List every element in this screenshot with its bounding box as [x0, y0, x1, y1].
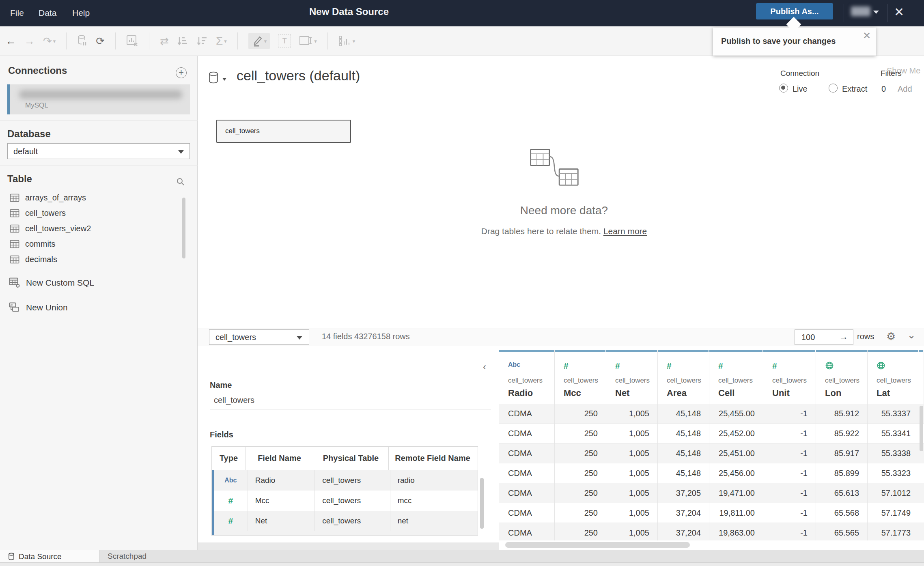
sidebar-table-item[interactable]: commits: [10, 237, 55, 251]
refresh-icon[interactable]: ⟳: [96, 35, 105, 47]
grid-row[interactable]: CDMA2501,00537,20419,811.00-165.56857.17…: [499, 503, 924, 523]
database-select[interactable]: default: [7, 143, 190, 159]
tooltip-close-icon[interactable]: ✕: [863, 30, 871, 41]
grid-cell[interactable]: -1: [763, 404, 816, 424]
name-value[interactable]: cell_towers: [214, 396, 254, 405]
grid-cell[interactable]: CDMA: [499, 404, 555, 424]
grid-cell[interactable]: -1: [763, 483, 816, 503]
new-custom-sql-button[interactable]: New Custom SQL: [9, 277, 94, 288]
field-name-cell[interactable]: Radio: [248, 470, 315, 491]
preview-collapse-chevron-icon[interactable]: ⌄: [907, 329, 915, 341]
grid-cell[interactable]: 250: [555, 523, 606, 540]
show-me-caret-icon[interactable]: ▾: [353, 38, 355, 44]
grid-cell[interactable]: -1: [763, 424, 816, 443]
grid-cell[interactable]: 55.3341: [868, 424, 919, 443]
sort-ascending-icon[interactable]: [177, 35, 188, 47]
grid-cell[interactable]: 25,455.00: [709, 404, 763, 424]
grid-cell[interactable]: -1: [763, 503, 816, 523]
fields-row[interactable]: #Mcccell_towersmcc: [212, 491, 478, 511]
close-window-icon[interactable]: ✕: [894, 3, 904, 21]
learn-more-link[interactable]: Learn more: [603, 226, 647, 236]
add-connection-icon[interactable]: +: [176, 67, 187, 78]
grid-vertical-scrollbar[interactable]: [920, 406, 923, 451]
grid-cell[interactable]: 25,451.00: [709, 443, 763, 463]
grid-cell[interactable]: 1,005: [606, 463, 658, 483]
grid-cell[interactable]: 45,148: [658, 424, 709, 443]
grid-column-header[interactable]: #cell_towersArea: [658, 350, 709, 404]
user-menu-caret-icon[interactable]: [873, 11, 879, 14]
grid-cell[interactable]: 45,148: [658, 463, 709, 483]
totals-caret-icon[interactable]: ▾: [224, 38, 227, 44]
grid-cell[interactable]: 65.568: [816, 503, 868, 523]
grid-cell[interactable]: 57.1012: [868, 483, 919, 503]
table-list-scrollbar[interactable]: [182, 198, 185, 258]
grid-column-header[interactable]: #cell_towersCell: [709, 350, 763, 404]
canvas-table-node[interactable]: cell_towers: [216, 120, 351, 143]
grid-cell[interactable]: 55.3338: [868, 443, 919, 463]
fit-width-icon[interactable]: ▾: [299, 35, 317, 47]
grid-cell[interactable]: 55.3323: [868, 463, 919, 483]
grid-horizontal-scrollbar[interactable]: [505, 542, 690, 548]
datasource-type-icon[interactable]: [208, 71, 220, 86]
grid-row[interactable]: CDMA2501,00537,20519,471.00-165.61357.10…: [499, 483, 924, 503]
row-count-input[interactable]: 100 →: [795, 329, 853, 345]
replay-caret-icon[interactable]: ▾: [53, 38, 56, 44]
grid-cell[interactable]: 37,204: [658, 503, 709, 523]
grid-cell[interactable]: 19,863.00: [709, 523, 763, 540]
new-union-button[interactable]: New Union: [9, 302, 68, 313]
grid-cell[interactable]: 85.912: [816, 404, 868, 424]
grid-cell[interactable]: -1: [763, 443, 816, 463]
sidebar-table-item[interactable]: cell_towers_view2: [10, 222, 91, 235]
grid-cell[interactable]: 57.1773: [868, 523, 919, 540]
grid-cell[interactable]: 25,456.00: [709, 463, 763, 483]
extract-radio-label[interactable]: Extract: [842, 84, 867, 94]
fields-table-scrollbar[interactable]: [480, 478, 484, 529]
grid-cell[interactable]: 37,205: [658, 483, 709, 503]
highlight-caret-icon[interactable]: ▾: [264, 38, 267, 44]
grid-row[interactable]: CDMA2501,00537,20419,863.00-165.56557.17…: [499, 523, 924, 540]
fit-width-caret-icon[interactable]: ▾: [314, 38, 317, 44]
grid-cell[interactable]: CDMA: [499, 483, 555, 503]
grid-cell[interactable]: 1,005: [606, 404, 658, 424]
grid-cell[interactable]: 1,005: [606, 483, 658, 503]
fields-row[interactable]: AbcRadiocell_towersradio: [212, 470, 478, 491]
grid-cell[interactable]: -1: [763, 463, 816, 483]
show-me-icon[interactable]: ▾: [338, 35, 355, 47]
grid-cell[interactable]: 65.565: [816, 523, 868, 540]
grid-row[interactable]: CDMA2501,00545,14825,451.00-185.91755.33…: [499, 443, 924, 463]
tab-data-source[interactable]: Data Source: [0, 550, 99, 563]
menu-help[interactable]: Help: [72, 8, 90, 18]
undo-icon[interactable]: ←: [6, 35, 16, 47]
swap-rows-columns-icon[interactable]: ⇄: [160, 35, 169, 47]
grid-row[interactable]: CDMA2501,00545,14825,452.00-185.92255.33…: [499, 424, 924, 443]
user-account-badge[interactable]: [851, 6, 870, 16]
sidebar-table-item[interactable]: cell_towers: [10, 206, 66, 220]
grid-column-header[interactable]: #cell_towersMcc: [555, 350, 606, 404]
datasource-caret-icon[interactable]: [222, 78, 226, 81]
grid-cell[interactable]: CDMA: [499, 463, 555, 483]
grid-column-header[interactable]: Abccell_towersRadio: [499, 350, 555, 404]
sidebar-table-item[interactable]: decimals: [10, 252, 57, 266]
grid-cell[interactable]: -1: [763, 523, 816, 540]
grid-column-header[interactable]: #cell_towersNet: [606, 350, 658, 404]
tab-scratchpad[interactable]: Scratchpad: [108, 552, 146, 561]
redo-icon[interactable]: →: [24, 35, 35, 47]
fields-row[interactable]: #Netcell_towersnet: [212, 511, 478, 531]
replay-icon[interactable]: ↷▾: [43, 35, 56, 47]
grid-cell[interactable]: CDMA: [499, 443, 555, 463]
grid-cell[interactable]: 250: [555, 483, 606, 503]
grid-cell[interactable]: 19,471.00: [709, 483, 763, 503]
menu-file[interactable]: File: [10, 8, 24, 18]
field-name-cell[interactable]: Net: [248, 511, 315, 531]
highlight-tool-icon[interactable]: ▾: [248, 33, 270, 49]
grid-cell[interactable]: 65.613: [816, 483, 868, 503]
grid-column-header[interactable]: cell_towersLon: [816, 350, 868, 404]
grid-cell[interactable]: 1,005: [606, 523, 658, 540]
grid-cell[interactable]: 19,811.00: [709, 503, 763, 523]
grid-cell[interactable]: 55.3337: [868, 404, 919, 424]
grid-cell[interactable]: 1,005: [606, 443, 658, 463]
grid-cell[interactable]: 250: [555, 424, 606, 443]
grid-cell[interactable]: 250: [555, 463, 606, 483]
preview-settings-gear-icon[interactable]: ⚙: [886, 330, 896, 343]
grid-row[interactable]: CDMA2501,00545,14825,455.00-185.91255.33…: [499, 404, 924, 424]
